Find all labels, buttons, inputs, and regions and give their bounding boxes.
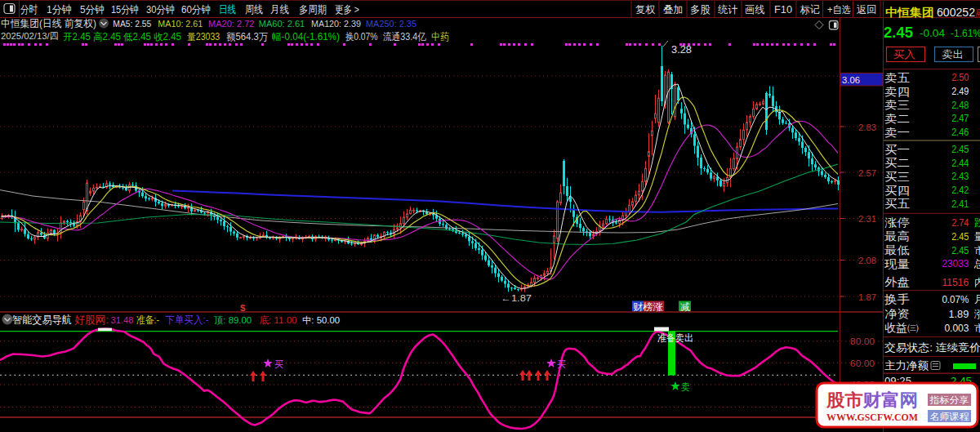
- svg-text:准备卖出: 准备卖出: [657, 332, 693, 344]
- svg-text:收益㈢: 收益㈢: [884, 322, 919, 334]
- svg-text:复权: 复权: [635, 4, 656, 16]
- svg-text:MA120: 2.39: MA120: 2.39: [311, 19, 361, 29]
- svg-text:额564.3万: 额564.3万: [226, 31, 268, 42]
- svg-text:总: 总: [973, 258, 980, 269]
- svg-text:2.45: 2.45: [951, 144, 969, 155]
- svg-text:市: 市: [974, 323, 980, 334]
- svg-text:卖出: 卖出: [942, 49, 964, 60]
- svg-text:好股网:: 好股网:: [74, 314, 109, 326]
- svg-text:买四: 买四: [884, 185, 910, 197]
- svg-text:2.57: 2.57: [858, 168, 876, 178]
- svg-text:MA250: 2.35: MA250: 2.35: [366, 19, 416, 29]
- svg-text:15分钟: 15分钟: [111, 3, 139, 16]
- svg-text:智能交易导航: 智能交易导航: [12, 314, 72, 326]
- svg-text:买三: 买三: [884, 171, 910, 183]
- svg-text:3.28: 3.28: [671, 44, 692, 56]
- svg-text:量: 量: [974, 231, 980, 243]
- svg-text:2.83: 2.83: [858, 122, 876, 132]
- svg-text:量23033: 量23033: [187, 31, 220, 42]
- svg-text:1分钟: 1分钟: [47, 3, 72, 16]
- svg-text:现量: 现量: [884, 258, 910, 270]
- svg-text:减: 减: [680, 301, 690, 313]
- svg-text:卖: 卖: [681, 381, 690, 393]
- svg-text:最低: 最低: [884, 244, 910, 256]
- svg-text:3.06: 3.06: [842, 75, 860, 85]
- svg-text:0.003: 0.003: [944, 323, 969, 334]
- svg-text:下单买入:-: 下单买入:-: [166, 314, 209, 326]
- svg-text:流通33.4亿: 流通33.4亿: [383, 31, 426, 42]
- svg-text:买: 买: [274, 359, 283, 370]
- svg-text:画线: 画线: [745, 4, 765, 16]
- svg-text:2.47: 2.47: [951, 113, 969, 124]
- svg-text:主力净额: 主力净额: [884, 359, 929, 372]
- svg-text:跌: 跌: [974, 217, 980, 229]
- svg-text:名师课程: 名师课程: [930, 412, 970, 421]
- svg-text:2.46: 2.46: [951, 127, 969, 138]
- svg-text:周线: 周线: [245, 3, 263, 16]
- svg-text:外盘: 外盘: [884, 276, 910, 288]
- svg-text:←1.87: ←1.87: [501, 293, 532, 303]
- svg-text:返回: 返回: [857, 4, 877, 16]
- svg-text:多周期: 多周期: [299, 3, 327, 16]
- svg-text:顶: 89.00: 顶: 89.00: [213, 315, 252, 325]
- svg-text:2.74: 2.74: [951, 217, 969, 229]
- svg-text:-0.04: -0.04: [920, 27, 945, 39]
- svg-text:2.42: 2.42: [951, 185, 969, 196]
- svg-text:5分钟: 5分钟: [80, 3, 105, 16]
- svg-text:2.43: 2.43: [951, 171, 969, 182]
- svg-text:80.00: 80.00: [850, 336, 875, 346]
- svg-text:2.31: 2.31: [858, 214, 876, 224]
- svg-text:融: 融: [976, 7, 980, 19]
- svg-text:卖四: 卖四: [884, 86, 910, 98]
- svg-text:卖五: 卖五: [884, 72, 911, 84]
- svg-text:+自选: +自选: [827, 4, 851, 16]
- svg-text:低2.45: 低2.45: [123, 31, 151, 42]
- svg-text:F10: F10: [774, 4, 792, 16]
- svg-text:月线: 月线: [270, 3, 289, 16]
- svg-text:MA10: 2.61: MA10: 2.61: [158, 19, 203, 29]
- svg-text:MA20: 2.72: MA20: 2.72: [208, 19, 255, 29]
- svg-text:统计: 统计: [718, 4, 738, 16]
- svg-text:买二: 买二: [884, 157, 910, 169]
- svg-text:中: 50.00: 中: 50.00: [302, 315, 340, 325]
- svg-text:最高: 最高: [884, 230, 910, 243]
- svg-text:MA60: 2.61: MA60: 2.61: [259, 19, 305, 29]
- svg-text:2.49: 2.49: [951, 86, 969, 97]
- svg-text:2.41: 2.41: [951, 198, 969, 210]
- svg-text:股市财富网: 股市财富网: [826, 390, 918, 409]
- svg-text:2.48: 2.48: [951, 100, 969, 111]
- svg-text:月: 月: [974, 294, 980, 305]
- svg-text:净资: 净资: [884, 308, 910, 320]
- svg-text:叠加: 叠加: [663, 4, 684, 16]
- svg-text:1.87: 1.87: [858, 292, 876, 302]
- svg-text:WWW.GSCFW.COM: WWW.GSCFW.COM: [826, 411, 918, 423]
- svg-text:中药: 中药: [431, 31, 449, 42]
- svg-text:30分钟: 30分钟: [146, 3, 175, 16]
- svg-text:准备:-: 准备:-: [136, 314, 159, 326]
- svg-text:日线: 日线: [219, 3, 236, 16]
- svg-text:23033: 23033: [942, 258, 969, 269]
- svg-text:买五: 买五: [884, 198, 911, 210]
- svg-text:0.07%: 0.07%: [942, 294, 969, 305]
- svg-text:2.44: 2.44: [951, 158, 969, 169]
- svg-text:底: 11.00: 底: 11.00: [260, 315, 297, 325]
- svg-text:卖一: 卖一: [884, 127, 910, 139]
- svg-text:2025/02/13/四: 2025/02/13/四: [1, 31, 59, 41]
- svg-text:1.89: 1.89: [948, 309, 969, 320]
- svg-text:31.48: 31.48: [111, 315, 134, 325]
- svg-text:买一: 买一: [884, 144, 910, 156]
- svg-text:中恒集团(日线 前复权): 中恒集团(日线 前复权): [1, 18, 96, 29]
- svg-text:多股: 多股: [690, 4, 710, 16]
- svg-text:2.45: 2.45: [884, 24, 913, 41]
- svg-text:开2.45: 开2.45: [63, 31, 91, 42]
- svg-text:指标分享: 指标分享: [929, 395, 969, 405]
- svg-text:-1.61%: -1.61%: [951, 27, 980, 39]
- svg-text:分时: 分时: [20, 3, 38, 16]
- svg-text:中恒集团: 中恒集团: [885, 6, 934, 19]
- svg-text:60分钟: 60分钟: [181, 3, 211, 16]
- svg-text:MA5: 2.55: MA5: 2.55: [113, 19, 151, 29]
- svg-text:财榜涨: 财榜涨: [633, 301, 663, 313]
- svg-text:2.45: 2.45: [951, 245, 969, 256]
- svg-text:2.08: 2.08: [858, 256, 876, 265]
- svg-text:11516: 11516: [942, 277, 969, 288]
